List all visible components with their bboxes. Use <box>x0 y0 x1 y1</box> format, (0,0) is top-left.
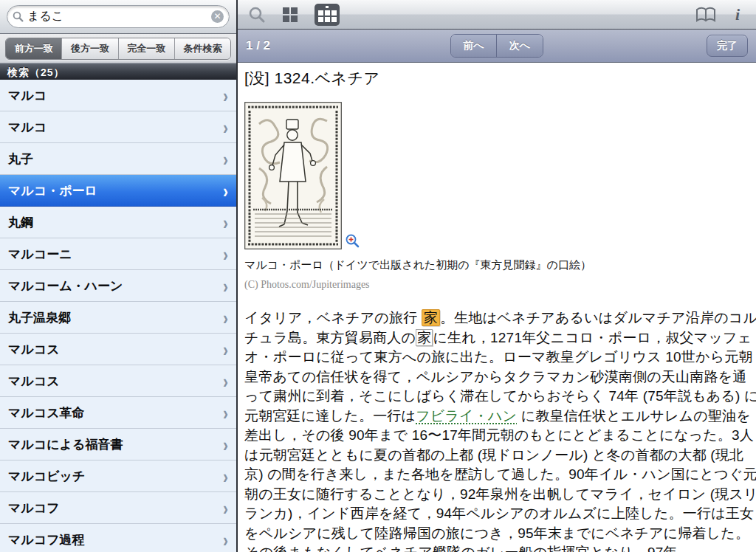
article-body: イタリア，ベネチアの旅行 家。生地はベネチアあるいはダルマチア沿岸のコルチュラ島… <box>244 308 756 552</box>
search-input[interactable] <box>27 10 207 24</box>
list-item[interactable]: マルコによる福音書› <box>0 429 236 460</box>
search-sidebar: ✕ 前方一致 後方一致 完全一致 条件検索 検索（25） マルコ› マルコ› 丸… <box>0 0 238 552</box>
bookmarks-icon[interactable] <box>695 7 716 23</box>
article-figure <box>244 102 342 249</box>
tab-conditional-search[interactable]: 条件検索 <box>175 38 230 59</box>
result-label: マルコ <box>8 119 47 136</box>
search-icon <box>13 11 24 22</box>
grid-view-icon[interactable] <box>282 7 298 23</box>
next-button[interactable]: 次へ <box>497 35 543 57</box>
image-credit: (C) Photos.com/Jupiterimages <box>244 279 755 291</box>
body-text-segment: イタリア，ベネチアの旅行 <box>244 310 422 325</box>
table-view-icon-selected[interactable] <box>315 4 340 26</box>
toolbar-right-group: i <box>695 7 746 23</box>
result-label: マルコ <box>8 87 47 104</box>
done-button[interactable]: 完了 <box>707 35 748 57</box>
list-item-selected[interactable]: マルコ・ポーロ› <box>0 175 236 207</box>
list-item[interactable]: マルコス革命› <box>0 397 236 429</box>
match-mode-bar: 前方一致 後方一致 完全一致 条件検索 <box>0 34 236 63</box>
search-field[interactable]: ✕ <box>7 5 230 28</box>
list-item[interactable]: 丸鋼› <box>0 207 236 238</box>
result-label: マルコーム・ハーン <box>8 277 123 294</box>
chevron-right-icon: › <box>223 498 228 517</box>
image-caption: マルコ・ポーロ（ドイツで出版された初期の『東方見聞録』の口絵） <box>244 258 755 272</box>
chevron-right-icon: › <box>223 213 228 232</box>
article-panel: i 1 / 2 前へ 次へ 完了 [没] 1324.ベネチア <box>238 0 756 552</box>
tab-exact-match[interactable]: 完全一致 <box>119 38 175 59</box>
list-item[interactable]: マルコーム・ハーン› <box>0 270 236 302</box>
search-hit-current: 家 <box>422 309 440 326</box>
search-mode-icon[interactable] <box>248 6 266 24</box>
list-item[interactable]: マルコス› <box>0 334 236 365</box>
marco-polo-woodcut-image[interactable] <box>244 102 342 249</box>
dictionary-app: ✕ 前方一致 後方一致 完全一致 条件検索 検索（25） マルコ› マルコ› 丸… <box>0 0 756 552</box>
tab-suffix-match[interactable]: 後方一致 <box>62 38 118 59</box>
match-mode-segmented-control: 前方一致 後方一致 完全一致 条件検索 <box>5 38 231 60</box>
list-item[interactable]: マルコフ› <box>0 492 236 524</box>
chevron-right-icon: › <box>223 149 228 168</box>
chevron-right-icon: › <box>223 86 228 105</box>
chevron-right-icon: › <box>223 466 228 486</box>
search-hit-other: 家 <box>416 329 433 346</box>
list-item[interactable]: マルコビッチ› <box>0 460 236 492</box>
result-label: マルコス <box>8 341 60 358</box>
main-toolbar: i <box>238 0 756 30</box>
result-label: 丸子温泉郷 <box>8 309 71 326</box>
death-line: [没] 1324.ベネチア <box>244 68 755 89</box>
list-item[interactable]: マルコ› <box>0 111 236 143</box>
results-header: 検索（25） <box>0 63 236 80</box>
result-label: マルコ・ポーロ <box>8 182 97 199</box>
article-content: [没] 1324.ベネチア <box>238 63 756 552</box>
cross-reference-link[interactable]: フビライ・ハン <box>416 408 517 424</box>
result-label: マルコフ過程 <box>8 531 85 548</box>
result-label: 丸子 <box>8 151 33 168</box>
tab-prefix-match[interactable]: 前方一致 <box>6 38 62 59</box>
list-item[interactable]: 丸子› <box>0 143 236 175</box>
result-label: マルコス <box>8 373 60 390</box>
info-icon[interactable]: i <box>735 7 740 23</box>
page-indicator: 1 / 2 <box>246 38 270 53</box>
result-label: マルコーニ <box>8 246 72 263</box>
chevron-right-icon: › <box>223 403 228 422</box>
list-item[interactable]: 丸子温泉郷› <box>0 302 236 334</box>
chevron-right-icon: › <box>223 181 228 200</box>
body-text-segment: に教皇信任状とエルサレムの聖油を差出し，その後 90年まで 16〜17年間元朝の… <box>244 408 756 552</box>
chevron-right-icon: › <box>223 371 228 390</box>
result-label: マルコビッチ <box>8 468 85 485</box>
result-label: マルコス革命 <box>8 404 85 421</box>
list-item[interactable]: マルコーニ› <box>0 238 236 270</box>
list-item[interactable]: マルコス› <box>0 365 236 397</box>
chevron-right-icon: › <box>223 339 228 359</box>
chevron-right-icon: › <box>223 435 228 454</box>
result-label: 丸鋼 <box>8 214 33 231</box>
search-bar: ✕ <box>0 0 236 34</box>
search-results-list: マルコ› マルコ› 丸子› マルコ・ポーロ› 丸鋼› マルコーニ› マルコーム・… <box>0 80 236 552</box>
chevron-right-icon: › <box>223 308 228 327</box>
prev-button[interactable]: 前へ <box>451 35 497 57</box>
chevron-right-icon: › <box>223 530 228 549</box>
result-label: マルコによる福音書 <box>8 436 123 453</box>
chevron-right-icon: › <box>223 276 228 295</box>
list-item[interactable]: マルコ› <box>0 80 236 111</box>
clear-search-icon[interactable]: ✕ <box>211 10 224 23</box>
prev-next-group: 前へ 次へ <box>450 34 543 58</box>
result-label: マルコフ <box>8 500 60 517</box>
list-item[interactable]: マルコフ過程› <box>0 524 236 552</box>
pagination-toolbar: 1 / 2 前へ 次へ 完了 <box>238 30 756 63</box>
chevron-right-icon: › <box>223 117 228 137</box>
chevron-right-icon: › <box>223 244 228 263</box>
zoom-in-icon[interactable] <box>346 234 360 248</box>
